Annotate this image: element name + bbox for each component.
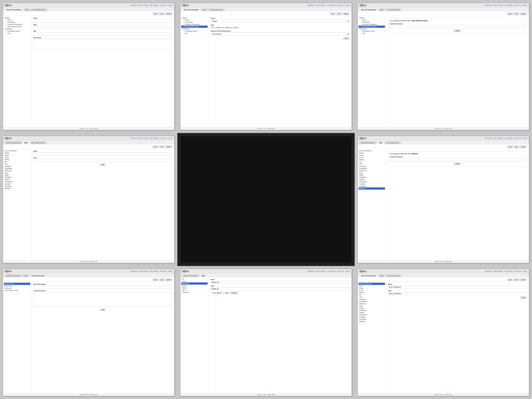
list-item[interactable]: Firefox bbox=[359, 287, 385, 289]
edit-btn-4[interactable]: edit bbox=[159, 146, 165, 148]
edit-btn-1[interactable]: edit bbox=[159, 13, 165, 15]
list-item[interactable]: Mailing List bbox=[359, 303, 385, 305]
tab-time-6[interactable]: Time Requirements bbox=[385, 141, 401, 144]
list-item[interactable]: Army Of Awesome bbox=[359, 150, 385, 152]
input-password-6[interactable] bbox=[390, 158, 525, 161]
input-slug-8[interactable] bbox=[211, 287, 349, 290]
list-item[interactable]: SUMOMO bbox=[359, 309, 385, 311]
list-item[interactable]: Language bbox=[359, 165, 385, 167]
list-item[interactable]: Support bbox=[359, 17, 385, 19]
nav-logout-6[interactable]: logout bbox=[523, 137, 527, 139]
textarea-desc-1[interactable] bbox=[33, 39, 172, 49]
nav-affero-1[interactable]: affero settings bbox=[139, 4, 148, 6]
list-item[interactable]: Support bbox=[181, 285, 208, 287]
delete-btn-3[interactable]: delete bbox=[520, 13, 527, 15]
nav-invite-2[interactable]: invite user bbox=[337, 4, 344, 6]
list-item[interactable]: L10n bbox=[359, 163, 385, 165]
list-item[interactable]: -- L10n bbox=[181, 32, 208, 34]
list-item[interactable]: Localisation bbox=[359, 300, 385, 303]
textarea-long-7[interactable] bbox=[33, 292, 172, 307]
input-name-1[interactable] bbox=[33, 19, 172, 22]
list-item[interactable]: Localisation bbox=[181, 28, 208, 30]
nav-invite-9[interactable]: invite user bbox=[514, 270, 521, 272]
list-item[interactable]: -- The Army Of Awesome bbox=[4, 23, 30, 25]
nav-user-9[interactable]: user settings bbox=[505, 270, 513, 272]
input-slug-9[interactable] bbox=[388, 292, 527, 295]
nav-logout-2[interactable]: logout bbox=[346, 4, 350, 6]
nav-logout-1[interactable]: logout bbox=[168, 4, 172, 6]
footer-link-7[interactable]: william duyck bbox=[90, 394, 98, 395]
list-item[interactable]: Language bbox=[359, 298, 385, 300]
footer-link-1[interactable]: william duyck bbox=[90, 128, 98, 129]
list-item[interactable]: Localisation bbox=[4, 28, 30, 30]
list-item[interactable]: Support bbox=[181, 17, 208, 19]
nav-invite-4[interactable]: invite user bbox=[160, 137, 167, 139]
add-btn-7[interactable]: add bbox=[152, 279, 158, 281]
nav-affero-7[interactable]: affero settings bbox=[139, 270, 148, 272]
add-btn-9[interactable]: add bbox=[507, 279, 513, 281]
list-item[interactable]: Forum bbox=[359, 156, 385, 158]
list-item-selected[interactable]: Websites bbox=[359, 187, 385, 190]
nav-dashboard-4[interactable]: dashboard bbox=[130, 137, 137, 139]
radio-edit-8[interactable] bbox=[217, 292, 219, 294]
edit-btn-9[interactable]: edit bbox=[513, 279, 519, 281]
list-item[interactable]: -- Translating Content bbox=[4, 30, 30, 32]
list-item[interactable]: -- Other Mozilla Projects bbox=[4, 25, 30, 28]
list-item[interactable]: Localisation bbox=[359, 167, 385, 170]
nav-dashboard-2[interactable]: dashboard bbox=[308, 4, 315, 6]
nav-invite-7[interactable]: invite user bbox=[160, 270, 167, 272]
nav-affero-4[interactable]: affero settings bbox=[139, 137, 148, 139]
list-item-selected[interactable]: -- Other Mozilla Projects bbox=[181, 25, 208, 28]
list-item[interactable]: Helping bbox=[359, 291, 385, 294]
add-btn-3[interactable]: add bbox=[507, 13, 513, 15]
list-item[interactable]: -- Translating Content bbox=[359, 30, 385, 32]
tab-skills-2[interactable]: Skills bbox=[201, 8, 208, 11]
list-item[interactable]: Articles bbox=[359, 152, 385, 154]
list-item[interactable]: L10n bbox=[4, 163, 30, 165]
list-item[interactable]: Translation bbox=[359, 318, 385, 320]
tab-skills-4[interactable]: Skills bbox=[22, 141, 30, 144]
list-item[interactable]: -- The Army Of Awesome bbox=[359, 23, 385, 25]
list-item[interactable]: Thunderbird bbox=[4, 181, 30, 183]
edit-btn-7[interactable]: edit bbox=[159, 279, 165, 281]
select-mintime-2[interactable]: A few minutes bbox=[211, 32, 349, 36]
list-item[interactable]: Translate bbox=[359, 183, 385, 185]
list-item[interactable]: -- Thunderbird bbox=[4, 21, 30, 23]
nav-dashboard-8[interactable]: dashboard bbox=[308, 270, 315, 272]
footer-link-3[interactable]: william duyck bbox=[445, 128, 452, 129]
nav-logout-9[interactable]: logout bbox=[523, 270, 527, 272]
edit-btn-2[interactable]: edit bbox=[336, 13, 342, 15]
nav-affero-8[interactable]: affero settings bbox=[316, 270, 326, 272]
list-item[interactable]: Acms bbox=[359, 285, 385, 287]
nav-dashboard-6[interactable]: dashboard bbox=[485, 137, 492, 139]
delete-btn-1[interactable]: delete bbox=[165, 13, 172, 15]
list-item[interactable]: IRC bbox=[359, 161, 385, 163]
input-password-3[interactable] bbox=[390, 25, 525, 28]
list-item[interactable]: L10n bbox=[359, 296, 385, 298]
list-item[interactable]: A few days bbox=[4, 287, 30, 289]
nav-dashboard-7[interactable]: dashboard bbox=[130, 270, 137, 272]
save-btn-2[interactable]: save bbox=[343, 37, 349, 40]
input-short-7[interactable] bbox=[33, 285, 172, 288]
list-item[interactable]: -- L10n bbox=[4, 32, 30, 34]
list-item[interactable]: Translate bbox=[359, 316, 385, 318]
list-item[interactable]: Forum bbox=[181, 280, 208, 282]
nav-invite-6[interactable]: invite user bbox=[514, 137, 521, 139]
tab-skills-3[interactable]: Skills bbox=[378, 8, 385, 11]
list-item[interactable]: -- Firefox bbox=[4, 19, 30, 21]
delete-btn-6[interactable]: delete bbox=[520, 146, 527, 148]
add-submit-btn-7[interactable]: add bbox=[100, 309, 106, 311]
list-item[interactable]: Websites bbox=[4, 187, 30, 190]
list-item[interactable]: Localisation bbox=[359, 28, 385, 30]
input-url-1[interactable] bbox=[33, 32, 172, 35]
list-item-selected[interactable]: A few minutes bbox=[4, 283, 30, 285]
footer-link-6[interactable]: william duyck bbox=[445, 261, 452, 262]
tab-skills-7[interactable]: Skills bbox=[22, 274, 29, 277]
list-item[interactable]: L10n bbox=[181, 289, 208, 291]
nav-user-1[interactable]: user settings bbox=[150, 4, 158, 6]
list-item[interactable]: Translation bbox=[181, 291, 208, 293]
list-item[interactable]: SUMOMO bbox=[4, 176, 30, 178]
footer-link-2[interactable]: william duyck bbox=[267, 128, 275, 129]
tab-skills-1[interactable]: Skills bbox=[24, 8, 30, 11]
submit-btn-8[interactable]: submit bbox=[230, 292, 238, 294]
